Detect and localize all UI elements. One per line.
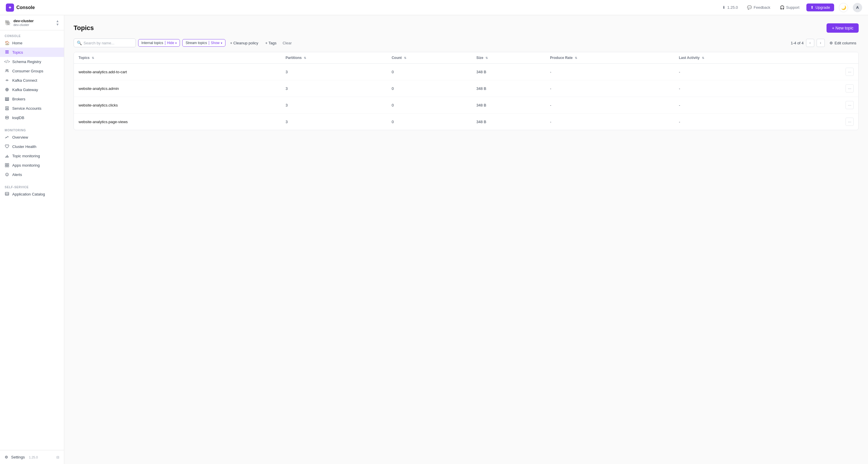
pagination: 1-4 of 4 ‹ › (790, 39, 825, 47)
overview-icon (5, 135, 9, 139)
support-label: Support (786, 5, 800, 10)
pagination-prev-button[interactable]: ‹ (806, 39, 814, 47)
logo[interactable]: ✦ Console (6, 3, 35, 12)
sidebar-item-home[interactable]: 🏠 Home (0, 38, 64, 47)
pagination-next-button[interactable]: › (816, 39, 825, 47)
row-more-button-2[interactable]: ··· (845, 101, 854, 109)
sidebar-item-kafka-connect[interactable]: Kafka Connect (0, 75, 64, 85)
table-row[interactable]: website-analytics.clicks 3 0 348 B - - ·… (74, 97, 858, 113)
col-last-activity[interactable]: Last Activity ⇅ (674, 52, 796, 64)
cell-topic-3: website-analytics.page-views (74, 113, 281, 130)
avatar-button[interactable]: A (853, 3, 862, 12)
kafka-gateway-icon (5, 87, 9, 92)
version-button[interactable]: ⬇ 1.25.0 (720, 4, 740, 11)
cleanup-policy-button[interactable]: + Cleanup policy (228, 39, 260, 47)
table-row[interactable]: website-analytics.add-to-cart 3 0 348 B … (74, 64, 858, 80)
sidebar-item-ksqldb-label: ksqlDB (12, 115, 24, 120)
cell-count-1: 0 (387, 80, 472, 97)
sidebar-item-ksqldb[interactable]: ksqlDB (0, 113, 64, 122)
upgrade-button[interactable]: ⬆ Upgrade (806, 3, 834, 11)
sidebar-item-cluster-health[interactable]: Cluster Health (0, 142, 64, 151)
application-catalog-icon (5, 192, 9, 196)
search-input[interactable] (84, 41, 133, 45)
search-box[interactable]: 🔍 (73, 38, 136, 47)
svg-rect-1 (5, 52, 9, 52)
tags-button[interactable]: + Tags (263, 39, 279, 47)
ksqldb-icon (5, 115, 9, 120)
sort-icon-last-activity: ⇅ (702, 56, 704, 60)
feedback-icon: 💬 (747, 5, 752, 10)
svg-point-4 (7, 70, 8, 71)
kafka-connect-icon (5, 78, 9, 82)
stream-topics-value: Show (209, 41, 220, 45)
svg-point-26 (7, 175, 7, 175)
cell-partitions-1: 3 (281, 80, 387, 97)
sidebar-item-application-catalog-label: Application Catalog (12, 192, 45, 196)
sidebar-item-schema-registry-label: Schema Registry (12, 60, 41, 64)
settings-label: Settings (11, 455, 25, 459)
svg-rect-17 (6, 156, 7, 158)
sort-icon-topic: ⇅ (92, 56, 94, 60)
sidebar-item-brokers[interactable]: Brokers (0, 94, 64, 104)
cell-count-0: 0 (387, 64, 472, 80)
clear-label: Clear (283, 41, 292, 45)
clear-button[interactable]: Clear (281, 39, 293, 47)
self-service-section-label: SELF-SERVICE (0, 184, 64, 189)
svg-rect-12 (5, 100, 9, 101)
sidebar-item-overview[interactable]: Overview (0, 132, 64, 142)
col-partitions[interactable]: Partitions ⇅ (281, 52, 387, 64)
sidebar-item-service-accounts-label: Service Accounts (12, 106, 41, 110)
topics-icon (5, 50, 9, 55)
feedback-label: Feedback (753, 5, 770, 10)
row-more-button-1[interactable]: ··· (845, 84, 854, 93)
new-topic-button[interactable]: + New topic (827, 23, 859, 33)
sidebar-item-cluster-health-label: Cluster Health (12, 144, 36, 149)
sidebar-item-topics[interactable]: Topics (0, 47, 64, 57)
sidebar-item-apps-monitoring-label: Apps monitoring (12, 163, 40, 167)
col-produce-rate[interactable]: Produce Rate ⇅ (545, 52, 674, 64)
cluster-selector[interactable]: 🐘 dev-cluster dev-cluster ▲▼ (0, 15, 64, 30)
edit-columns-button[interactable]: ⚙ Edit columns (827, 39, 859, 47)
settings-item[interactable]: ⚙ Settings 1.25.0 ⊟ (0, 453, 64, 462)
download-icon: ⬇ (722, 5, 725, 10)
cleanup-policy-label: + Cleanup policy (230, 41, 258, 45)
internal-topics-filter[interactable]: Internal topics Hide ▾ (138, 39, 180, 47)
sidebar-item-service-accounts[interactable]: Service Accounts (0, 104, 64, 113)
sidebar-item-application-catalog[interactable]: Application Catalog (0, 189, 64, 199)
table-row[interactable]: website-analytics.page-views 3 0 348 B -… (74, 113, 858, 130)
support-button[interactable]: 🎧 Support (777, 4, 802, 11)
brokers-icon (5, 97, 9, 101)
cell-partitions-3: 3 (281, 113, 387, 130)
new-topic-label: + New topic (832, 26, 854, 30)
sidebar-item-schema-registry[interactable]: </> Schema Registry (0, 57, 64, 66)
theme-toggle-button[interactable]: 🌙 (839, 3, 848, 12)
feedback-button[interactable]: 💬 Feedback (745, 4, 773, 11)
sidebar-item-alerts[interactable]: Alerts (0, 170, 64, 179)
sort-icon-produce-rate: ⇅ (575, 56, 577, 60)
col-count[interactable]: Count ⇅ (387, 52, 472, 64)
page-title: Topics (73, 24, 94, 32)
tags-label: + Tags (265, 41, 276, 45)
alerts-icon (5, 172, 9, 177)
table-row[interactable]: website-analytics.admin 3 0 348 B - - ··… (74, 80, 858, 97)
cell-produce-rate-2: - (545, 97, 674, 113)
sidebar-item-consumer-groups-label: Consumer Groups (12, 69, 43, 73)
sidebar-item-consumer-groups[interactable]: Consumer Groups (0, 66, 64, 75)
row-more-button-3[interactable]: ··· (845, 118, 854, 126)
sidebar-item-topic-monitoring[interactable]: Topic monitoring (0, 151, 64, 161)
sort-icon-size: ⇅ (486, 56, 488, 60)
svg-point-15 (5, 116, 8, 117)
svg-rect-23 (7, 165, 9, 167)
sidebar-item-apps-monitoring[interactable]: Apps monitoring (0, 161, 64, 170)
svg-rect-16 (5, 157, 6, 158)
col-size[interactable]: Size ⇅ (472, 52, 545, 64)
stream-topics-filter[interactable]: Stream topics Show ▾ (182, 39, 225, 47)
topic-monitoring-icon (5, 154, 9, 158)
row-more-button-0[interactable]: ··· (845, 68, 854, 76)
cell-produce-rate-1: - (545, 80, 674, 97)
col-topic[interactable]: Topics ⇅ (74, 52, 281, 64)
col-count-label: Count (392, 56, 402, 60)
console-section-label: CONSOLE (0, 33, 64, 38)
sidebar-item-overview-label: Overview (12, 135, 28, 139)
sidebar-item-kafka-gateway[interactable]: Kafka Gateway (0, 85, 64, 94)
